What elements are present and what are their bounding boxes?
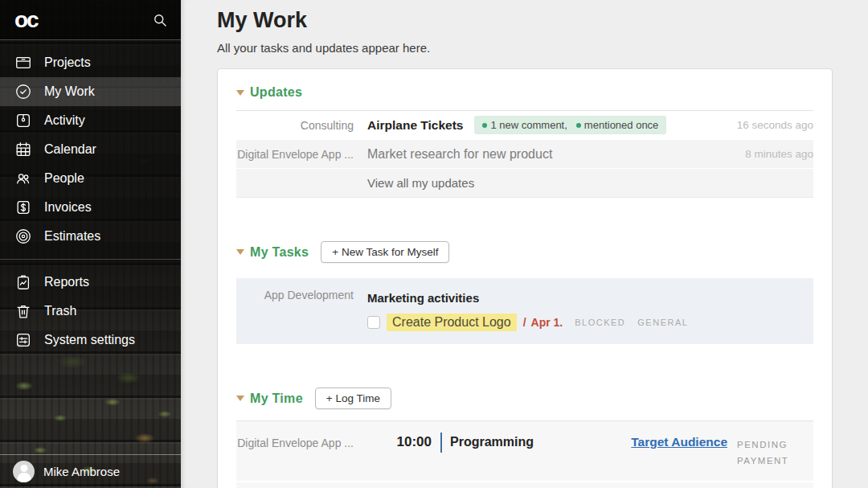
badge-dot-icon [482, 123, 487, 128]
sidebar-item-people[interactable]: People [0, 164, 181, 193]
sidebar-item-reports[interactable]: Reports [0, 268, 181, 297]
people-icon [14, 170, 32, 187]
user-name: Mike Ambrose [43, 465, 120, 478]
time-task-link[interactable]: Target Audience [631, 434, 727, 449]
my-work-card: Updates Consulting Airplane Tickets 1 ne… [217, 68, 833, 488]
sidebar-header: oc [0, 0, 181, 40]
page-title: My Work [217, 8, 868, 33]
sidebar-item-system-settings[interactable]: System settings [0, 326, 181, 355]
update-title: Airplane Tickets [367, 118, 463, 133]
invoice-dollar-icon [14, 199, 32, 216]
time-row[interactable]: Digital Envelope App ... 5:00 Website de… [236, 482, 813, 488]
view-all-updates-row[interactable]: View all my updates [236, 169, 813, 198]
updates-section: Updates Consulting Airplane Tickets 1 ne… [236, 85, 813, 198]
collapse-arrow-icon[interactable] [236, 90, 244, 96]
badge-text: mentioned once [584, 119, 659, 131]
target-icon [14, 228, 32, 245]
sidebar-item-label: Invoices [44, 200, 92, 215]
task-row[interactable]: App Development Marketing activities Cre… [236, 278, 813, 344]
update-row[interactable]: Digital Envelope App ... Market research… [236, 140, 813, 169]
view-all-updates-link[interactable]: View all my updates [367, 176, 474, 190]
my-time-header: My Time + Log Time [236, 388, 813, 409]
log-time-button[interactable]: + Log Time [315, 388, 391, 409]
my-time-title[interactable]: My Time [250, 392, 303, 406]
badge-text: 1 new comment, [490, 119, 567, 131]
sidebar-item-my-work[interactable]: My Work [0, 77, 181, 106]
sidebar-item-label: Calendar [44, 142, 96, 157]
task-checkbox[interactable] [367, 316, 380, 329]
updates-title[interactable]: Updates [250, 85, 302, 100]
update-timestamp: 16 seconds ago [729, 119, 813, 131]
update-badge: 1 new comment, mentioned once [474, 116, 666, 134]
time-project: Digital Envelope App ... [236, 434, 367, 449]
main-content: My Work All your tasks and updates appea… [181, 0, 868, 488]
collapse-arrow-icon[interactable] [236, 249, 244, 255]
sidebar-item-estimates[interactable]: Estimates [0, 222, 181, 251]
sidebar-item-label: Activity [44, 113, 85, 128]
update-row[interactable]: Consulting Airplane Tickets 1 new commen… [236, 111, 813, 140]
trash-icon [14, 302, 32, 320]
user-avatar [13, 461, 35, 482]
update-title: Market research for new product [367, 147, 552, 162]
sidebar-item-label: People [44, 171, 84, 186]
my-time-section: My Time + Log Time Digital Envelope App … [236, 388, 813, 488]
time-hours: 10:00 [367, 434, 432, 450]
sidebar-item-label: System settings [44, 333, 135, 347]
app-logo[interactable]: oc [14, 9, 38, 31]
new-task-button[interactable]: + New Task for Myself [321, 241, 449, 263]
updates-rows: Consulting Airplane Tickets 1 new commen… [236, 110, 813, 198]
time-row[interactable]: Digital Envelope App ... 10:00 Programmi… [236, 421, 813, 482]
task-label-blocked: BLOCKED [575, 318, 625, 327]
updates-header: Updates [236, 85, 813, 100]
my-tasks-title[interactable]: My Tasks [250, 245, 309, 260]
sidebar-item-label: Trash [44, 304, 76, 318]
sidebar-item-label: My Work [44, 84, 95, 99]
sidebar-item-label: Estimates [44, 229, 100, 244]
sidebar-item-calendar[interactable]: Calendar [0, 135, 181, 164]
my-tasks-section: My Tasks + New Task for Myself App Devel… [236, 241, 813, 344]
time-status: PENDING PAYMENT [737, 434, 813, 469]
check-circle-icon [14, 83, 32, 100]
time-divider-bar [440, 433, 442, 453]
sidebar: oc Projects My Work Activity Calendar Pe… [0, 0, 181, 488]
update-project: Consulting [236, 119, 367, 132]
sidebar-item-label: Reports [44, 275, 89, 289]
task-project: App Development [236, 289, 367, 331]
calendar-icon [14, 141, 32, 158]
my-tasks-header: My Tasks + New Task for Myself [236, 241, 813, 263]
task-label-general: GENERAL [637, 318, 688, 327]
collapse-arrow-icon[interactable] [236, 396, 244, 401]
sidebar-item-projects[interactable]: Projects [0, 48, 181, 77]
activity-icon [14, 112, 32, 129]
user-menu[interactable]: Mike Ambrose [0, 454, 181, 488]
sidebar-nav: Projects My Work Activity Calendar Peopl… [0, 40, 181, 355]
task-due-date: /Apr 1. [523, 316, 563, 329]
sidebar-item-invoices[interactable]: Invoices [0, 193, 181, 222]
search-icon[interactable] [152, 12, 168, 28]
projects-icon [14, 54, 32, 72]
report-chart-icon [14, 273, 32, 291]
page-subtitle: All your tasks and updates appear here. [217, 41, 868, 55]
sidebar-item-label: Projects [44, 55, 91, 70]
sliders-icon [14, 331, 32, 349]
sidebar-item-trash[interactable]: Trash [0, 297, 181, 326]
time-rows: Digital Envelope App ... 10:00 Programmi… [236, 420, 813, 488]
time-task: Programming [450, 434, 631, 449]
task-group: Marketing activities [367, 289, 813, 305]
update-timestamp: 8 minutes ago [737, 148, 813, 160]
badge-dot-icon [576, 123, 581, 128]
task-name-highlighted[interactable]: Create Product Logo [387, 314, 517, 331]
update-project: Digital Envelope App ... [236, 148, 367, 161]
sidebar-divider [0, 259, 181, 260]
sidebar-item-activity[interactable]: Activity [0, 106, 181, 135]
